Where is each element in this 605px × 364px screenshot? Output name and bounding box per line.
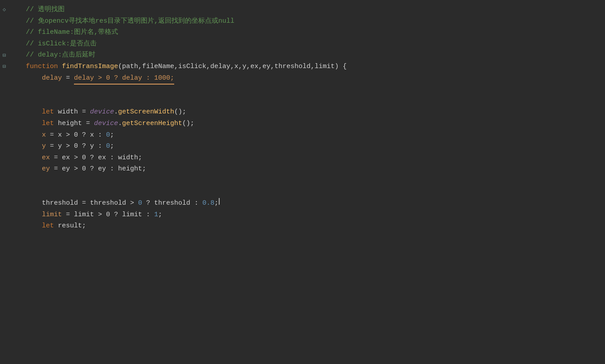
code-text: ; (110, 141, 114, 152)
code-line: let result; (26, 221, 605, 232)
code-text: : (190, 198, 202, 209)
code-line: // fileName:图片名,带格式 (26, 27, 605, 39)
text-cursor (219, 198, 220, 205)
code-text (26, 107, 42, 117)
function-name: findTransImage (62, 61, 118, 72)
code-text: . (114, 107, 118, 117)
code-text (26, 198, 42, 209)
number-literal: 1 (154, 210, 158, 220)
gutter-line (2, 141, 18, 153)
code-text: > (126, 198, 138, 209)
gutter-line (2, 39, 18, 50)
comment-text: // 免opencv寻找本地res目录下透明图片,返回找到的坐标点或null (26, 16, 234, 27)
function-name: getScreenHeight (122, 118, 182, 129)
code-text (26, 118, 42, 129)
code-text (26, 164, 42, 174)
code-text (26, 73, 42, 84)
gutter-line (2, 221, 18, 232)
code-text: ,limit) { (311, 61, 347, 72)
code-text (26, 141, 42, 152)
code-text: (); (182, 118, 194, 129)
code-line: // delay:点击后延时 (26, 50, 605, 61)
code-text: = (78, 198, 90, 209)
gutter-line (2, 118, 18, 130)
code-line (26, 175, 605, 187)
variable-name: x (42, 130, 46, 141)
comment-text: // delay:点击后延时 (26, 50, 95, 61)
gutter-line (2, 84, 18, 96)
gutter-line (2, 130, 18, 142)
gutter-line (2, 153, 18, 164)
code-text: = x > 0 ? x : (46, 130, 106, 141)
code-text: = limit > 0 ? limit : (62, 210, 154, 220)
threshold-identifier: threshold (154, 198, 190, 209)
threshold-identifier: threshold (90, 198, 126, 209)
code-text: width = (58, 107, 90, 117)
code-line: x = x > 0 ? x : 0; (26, 130, 605, 142)
code-text (26, 210, 42, 220)
code-line (26, 187, 605, 198)
keyword: function (26, 61, 62, 72)
comment-text: // isClick:是否点击 (26, 39, 97, 49)
gutter-line (2, 198, 18, 210)
variable-name: ey (42, 164, 50, 174)
code-text: ? (142, 198, 154, 209)
code-content: // 透明找图// 免opencv寻找本地res目录下透明图片,返回找到的坐标点… (21, 4, 605, 360)
variable-name: delay > 0 ? delay : 1000; (74, 73, 174, 85)
gutter-line (2, 164, 18, 175)
function-name: getScreenWidth (118, 107, 174, 117)
code-text: . (118, 118, 122, 129)
code-text: result; (58, 221, 86, 231)
code-line: y = y > 0 ? y : 0; (26, 141, 605, 153)
code-line: function findTransImage(path,fileName,is… (26, 61, 605, 73)
code-line: threshold = threshold > 0 ? threshold : … (26, 198, 605, 210)
gutter-line: ◇ (2, 4, 18, 16)
threshold-identifier: threshold (42, 198, 78, 209)
threshold-identifier: threshold (274, 61, 311, 72)
code-text: ; (110, 130, 114, 141)
code-text: (); (174, 107, 186, 117)
code-line: let width = device.getScreenWidth(); (26, 107, 605, 118)
keyword: let (42, 107, 58, 117)
fold-icon[interactable]: ⊟ (3, 52, 6, 60)
code-text: = (62, 73, 74, 84)
gutter-line (2, 16, 18, 28)
code-line: // 透明找图 (26, 4, 605, 16)
code-editor: ◇⊟⊟ // 透明找图// 免opencv寻找本地res目录下透明图片,返回找到… (0, 0, 605, 364)
number-literal: 0 (138, 198, 142, 209)
code-text (26, 153, 42, 163)
code-text: (path,fileName,isClick,delay,x,y,ex,ey, (118, 61, 274, 72)
code-text: height = (58, 118, 94, 129)
gutter-line (2, 210, 18, 221)
variable-name: y (42, 141, 46, 152)
code-line: ey = ey > 0 ? ey : height; (26, 164, 605, 175)
code-text: ; (158, 210, 162, 220)
variable-name: ex (42, 153, 50, 163)
line-numbers: ◇⊟⊟ (0, 4, 21, 360)
code-line (26, 96, 605, 107)
gutter-line (2, 27, 18, 39)
gutter-line (2, 187, 18, 198)
code-line: // isClick:是否点击 (26, 39, 605, 50)
gutter-line: ⊟ (2, 61, 18, 73)
gutter-line (2, 175, 18, 187)
code-text (26, 130, 42, 141)
comment-text: // fileName:图片名,带格式 (26, 27, 118, 38)
code-text: ; (214, 198, 218, 209)
code-line (26, 84, 605, 96)
code-line: let height = device.getScreenHeight(); (26, 118, 605, 130)
variable-name: delay (42, 73, 62, 84)
code-text: = ey > 0 ? ey : height; (50, 164, 146, 174)
code-line: delay = delay > 0 ? delay : 1000; (26, 73, 605, 85)
variable-name: limit (42, 210, 62, 220)
number-literal: 0 (106, 141, 110, 152)
fold-icon[interactable]: ◇ (3, 6, 6, 14)
code-line: ex = ex > 0 ? ex : width; (26, 153, 605, 164)
code-line: limit = limit > 0 ? limit : 1; (26, 210, 605, 221)
number-literal: 0.8 (202, 198, 214, 209)
number-literal: 0 (106, 130, 110, 141)
gutter-line (2, 96, 18, 107)
object-name: device (94, 118, 118, 129)
fold-icon[interactable]: ⊟ (3, 63, 6, 71)
keyword: let (42, 221, 58, 231)
